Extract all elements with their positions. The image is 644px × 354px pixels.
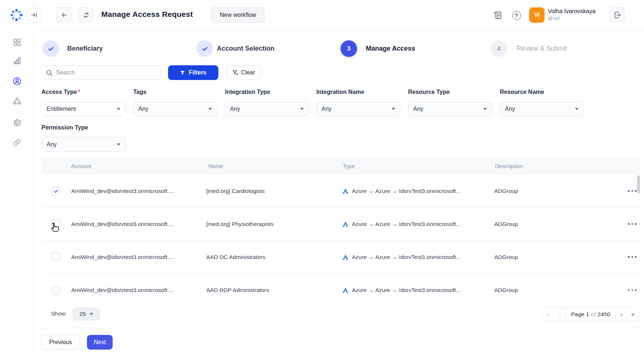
step-3-circle[interactable]: 3 [341,40,357,57]
table-row: AmiWind_dev@idsrvtest3.onmicrosoft.... A… [41,274,640,307]
row-checkbox-checked[interactable] [52,187,60,195]
filter-label-integration-name: Integration Name [316,89,364,95]
cell-name: [med.org] Physiotherapists [206,221,274,227]
funnel-icon [180,70,185,76]
refresh-button[interactable] [79,7,94,22]
step-2-circle[interactable] [196,40,213,57]
show-label: Show: [51,310,67,317]
required-marker: * [78,89,80,95]
row-menu-button[interactable] [626,256,638,258]
chevron-down-icon [117,143,120,146]
new-workflow-button[interactable]: New workflow [211,7,265,23]
sidebar [0,0,34,354]
cell-type: Azure → Azure → IdsrvTest3.onmicrosoft..… [342,287,461,293]
logout-button[interactable] [610,7,625,22]
prev-page-button[interactable]: ‹ [554,311,565,318]
network-share-icon[interactable] [0,97,34,106]
user-name: Volha Ivarovskaya [548,8,596,15]
help-icon[interactable]: ? [512,10,521,20]
row-menu-button[interactable] [626,190,638,192]
check-icon [53,188,59,194]
check-icon [201,45,208,52]
step-1-circle[interactable] [43,40,59,57]
activity-log-icon[interactable] [493,10,503,20]
filter-label-tags: Tags [133,89,146,95]
gear-icon[interactable] [0,118,34,127]
integration-name-select[interactable]: Any [316,101,400,116]
permission-type-select[interactable]: Any [41,137,125,152]
cell-account: AmiWind_dev@idsrvtest3.onmicrosoft.... [71,221,174,227]
filter-label-access-type: Access Type* [41,89,80,95]
tags-select[interactable]: Any [133,101,217,116]
chevron-down-icon [483,108,487,110]
user-circle-icon[interactable] [0,77,34,86]
back-button[interactable] [57,7,72,22]
integration-type-select[interactable]: Any [225,101,309,116]
filter-label-resource-name: Resource Name [500,89,544,95]
link-icon[interactable] [0,138,34,147]
resource-type-select[interactable]: Any [408,101,492,116]
access-type-select[interactable]: Entitlement × [41,101,125,116]
of-label: of [591,311,596,318]
table-scrollbar[interactable] [637,175,640,193]
bar-chart-icon[interactable] [0,56,34,65]
cell-type: Azure → Azure → IdsrvTest3.onmicrosoft..… [342,188,461,194]
previous-button[interactable]: Previous [41,335,80,350]
check-icon [47,45,55,52]
cell-name: [med.org] Cardiologists [206,188,265,194]
footer-divider [34,328,644,328]
last-page-button[interactable]: » [627,311,638,318]
chevron-down-icon [392,108,395,110]
page-title: Manage Access Request [101,10,193,19]
cell-name: AAD RDP Administrators [206,287,269,293]
filters-button[interactable]: Filters [168,65,218,80]
row-checkbox[interactable] [52,220,60,228]
page-label: Page 1 [571,311,589,318]
row-checkbox[interactable] [52,286,60,295]
chevron-down-icon [300,108,304,110]
pager: « ‹ Page 1 of 2450 › » [542,307,639,321]
header-divider [34,30,644,30]
dashboard-grid-icon[interactable] [0,38,34,47]
chevron-down-icon [575,108,579,110]
first-page-button[interactable]: « [543,311,554,318]
chevron-down-icon [90,313,93,315]
next-button[interactable]: Next [87,335,113,350]
search-input[interactable] [56,69,157,76]
app-logo-icon [9,8,24,22]
cell-description: ADGroup [494,188,518,194]
funnel-x-icon [232,70,238,76]
user-handle: @oid [548,15,560,21]
sidebar-collapse-button[interactable] [27,8,41,22]
azure-icon [342,254,349,260]
total-pages: 2450 [597,311,610,318]
column-header-account: Account [71,163,91,169]
avatar[interactable]: VI [529,7,545,23]
cell-account: AmiWind_dev@idsrvtest3.onmicrosoft.... [71,188,174,194]
search-box [41,65,161,80]
resource-name-select[interactable]: Any [500,101,584,116]
azure-icon [342,188,349,194]
row-checkbox[interactable] [52,253,60,261]
clear-filters-button[interactable]: Clear [226,65,261,80]
cell-type: Azure → Azure → IdsrvTest3.onmicrosoft..… [342,221,461,227]
row-menu-button[interactable] [626,289,638,291]
step-4-label: Review & Submit [517,45,567,52]
next-page-button[interactable]: › [616,311,627,318]
clear-value-icon[interactable]: × [117,106,120,112]
cell-description: ADGroup [494,221,518,227]
filter-label-permission-type: Permission Type [41,124,88,131]
column-header-type: Type [343,163,355,169]
page-size-select[interactable]: 25 [72,307,100,321]
cell-account: AmiWind_dev@idsrvtest3.onmicrosoft.... [71,254,174,260]
step-3-label: Manage Access [366,45,415,52]
chevron-down-icon [208,108,212,110]
table-row: AmiWind_dev@idsrvtest3.onmicrosoft.... A… [41,241,640,274]
row-menu-button[interactable] [626,223,638,225]
page-indicator: Page 1 of 2450 [565,307,616,321]
column-header-name: Name [208,163,223,169]
step-4-circle[interactable]: 4 [491,40,507,57]
cell-description: ADGroup [494,287,518,293]
cell-account: AmiWind_dev@idsrvtest3.onmicrosoft.... [71,287,174,293]
table-row: AmiWind_dev@idsrvtest3.onmicrosoft.... [… [41,208,640,241]
